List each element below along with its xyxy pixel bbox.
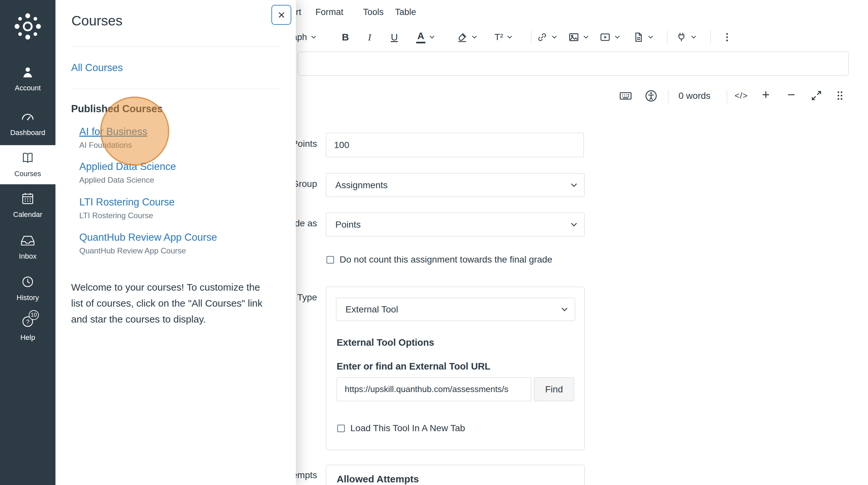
all-courses-link[interactable]: All Courses bbox=[71, 62, 123, 74]
course-subtitle: QuantHub Review App Course bbox=[79, 246, 217, 255]
keyboard-icon bbox=[619, 89, 632, 102]
new-tab-checkbox[interactable] bbox=[337, 425, 345, 432]
tray-title: Courses bbox=[71, 13, 122, 29]
minus-button[interactable]: − bbox=[787, 88, 795, 102]
text-color-icon: A bbox=[416, 31, 425, 43]
highlighter-button[interactable] bbox=[457, 29, 477, 45]
points-input[interactable] bbox=[326, 133, 584, 157]
tray-divider bbox=[71, 89, 281, 89]
click-indicator bbox=[100, 97, 169, 166]
find-button[interactable]: Find bbox=[534, 377, 574, 401]
final-grade-checkbox[interactable] bbox=[327, 256, 334, 263]
external-tool-url-input[interactable] bbox=[337, 377, 531, 401]
menubar-item-table[interactable]: Table bbox=[395, 7, 416, 17]
editor-content-area[interactable] bbox=[298, 52, 849, 76]
calendar-icon bbox=[20, 191, 35, 206]
sidebar-item-history[interactable]: History bbox=[0, 274, 56, 302]
svg-text:?: ? bbox=[26, 318, 30, 325]
chevron-down-icon bbox=[507, 36, 512, 39]
external-tool-options-heading: External Tool Options bbox=[337, 337, 434, 348]
underline-label: U bbox=[391, 32, 398, 43]
bold-button[interactable]: B bbox=[342, 29, 349, 45]
chevron-down-icon bbox=[552, 36, 557, 39]
sidebar-item-label: Calendar bbox=[13, 211, 42, 219]
close-tray-button[interactable] bbox=[271, 5, 291, 25]
link-icon bbox=[536, 32, 548, 43]
submission-type-value: External Tool bbox=[345, 304, 398, 315]
superscript-label: T² bbox=[495, 32, 503, 42]
video-icon bbox=[599, 32, 611, 43]
bold-label: B bbox=[342, 32, 349, 43]
superscript-button[interactable]: T² bbox=[495, 29, 512, 45]
chevron-down-icon bbox=[648, 36, 653, 39]
dashboard-icon bbox=[20, 109, 35, 124]
sidebar-item-inbox[interactable]: Inbox bbox=[0, 233, 56, 260]
toolbar-divider bbox=[531, 31, 531, 44]
assignment-group-value: Assignments bbox=[335, 180, 388, 191]
sidebar-item-label: History bbox=[17, 294, 39, 302]
plug-icon bbox=[676, 32, 687, 43]
canvas-logo[interactable] bbox=[0, 12, 56, 41]
fullscreen-button[interactable] bbox=[810, 89, 823, 102]
course-link-quanthub-review-app-course[interactable]: QuantHub Review App Course bbox=[79, 232, 217, 243]
new-tab-checkbox-row: Load This Tool In A New Tab bbox=[337, 423, 465, 433]
statusbar-divider bbox=[668, 90, 669, 103]
sidebar-item-courses[interactable]: Courses bbox=[0, 145, 56, 184]
display-grade-as-value: Points bbox=[335, 220, 361, 230]
highlighter-icon bbox=[457, 32, 468, 43]
lti-tools-button[interactable] bbox=[676, 29, 696, 45]
canvas-logo-icon bbox=[13, 12, 42, 41]
text-color-button[interactable]: A bbox=[416, 29, 434, 45]
sidebar-item-label: Inbox bbox=[19, 253, 36, 260]
sidebar-item-label: Courses bbox=[14, 170, 41, 178]
sidebar-item-account[interactable]: Account bbox=[0, 65, 56, 92]
sidebar-item-dashboard[interactable]: Dashboard bbox=[0, 109, 56, 137]
course-list-item: LTI Rostering Course LTI Rostering Cours… bbox=[79, 196, 175, 220]
link-button[interactable] bbox=[536, 29, 557, 45]
final-grade-checkbox-label: Do not count this assignment towards the… bbox=[340, 254, 552, 265]
course-subtitle: LTI Rostering Course bbox=[79, 211, 175, 220]
drag-handle-icon bbox=[834, 89, 846, 102]
menubar-item-format[interactable]: Format bbox=[315, 7, 343, 17]
fullscreen-icon bbox=[810, 89, 823, 102]
global-navigation: Account Dashboard Courses Calendar Inbox… bbox=[0, 0, 56, 485]
display-grade-as-select[interactable]: Points bbox=[326, 213, 585, 236]
italic-button[interactable]: I bbox=[368, 29, 371, 45]
sidebar-item-label: Help bbox=[20, 334, 35, 342]
more-toolbar-button[interactable] bbox=[721, 29, 733, 45]
image-button[interactable] bbox=[568, 29, 588, 45]
kebab-icon bbox=[721, 32, 733, 43]
resize-drag-handle[interactable] bbox=[834, 89, 846, 102]
course-list-item: QuantHub Review App Course QuantHub Revi… bbox=[79, 232, 217, 255]
accessibility-icon bbox=[645, 89, 658, 102]
italic-label: I bbox=[368, 32, 371, 43]
underline-button[interactable]: U bbox=[391, 29, 398, 45]
image-icon bbox=[568, 32, 579, 43]
chevron-down-icon bbox=[430, 36, 434, 39]
sidebar-item-label: Dashboard bbox=[10, 129, 45, 137]
plus-button[interactable]: + bbox=[762, 88, 770, 102]
course-link-lti-rostering-course[interactable]: LTI Rostering Course bbox=[79, 196, 175, 208]
account-icon bbox=[20, 65, 35, 79]
html-editor-button[interactable]: </> bbox=[735, 91, 748, 101]
keyboard-shortcuts-button[interactable] bbox=[619, 89, 632, 102]
chevron-down-icon bbox=[615, 36, 620, 39]
final-grade-checkbox-row: Do not count this assignment towards the… bbox=[327, 254, 552, 265]
word-count: 0 words bbox=[679, 91, 710, 101]
accessibility-checker-button[interactable] bbox=[645, 89, 658, 102]
submission-type-select[interactable]: External Tool bbox=[336, 298, 575, 321]
canvas-app: Insert Format Tools Table Paragraph B I … bbox=[0, 0, 868, 485]
assignment-group-select[interactable]: Assignments bbox=[326, 173, 585, 197]
courses-tray: Courses All Courses Published Courses AI… bbox=[56, 0, 296, 485]
document-button[interactable] bbox=[633, 29, 653, 45]
chevron-down-icon bbox=[311, 36, 316, 39]
chevron-down-icon bbox=[691, 36, 696, 39]
sidebar-item-calendar[interactable]: Calendar bbox=[0, 191, 56, 219]
new-tab-checkbox-label: Load This Tool In A New Tab bbox=[350, 423, 465, 433]
video-button[interactable] bbox=[599, 29, 620, 45]
history-icon bbox=[20, 274, 35, 289]
chevron-down-icon bbox=[584, 36, 588, 39]
menubar-item-tools[interactable]: Tools bbox=[363, 7, 383, 17]
sidebar-item-help[interactable]: 10 ? Help bbox=[0, 314, 56, 342]
close-icon bbox=[277, 11, 286, 19]
